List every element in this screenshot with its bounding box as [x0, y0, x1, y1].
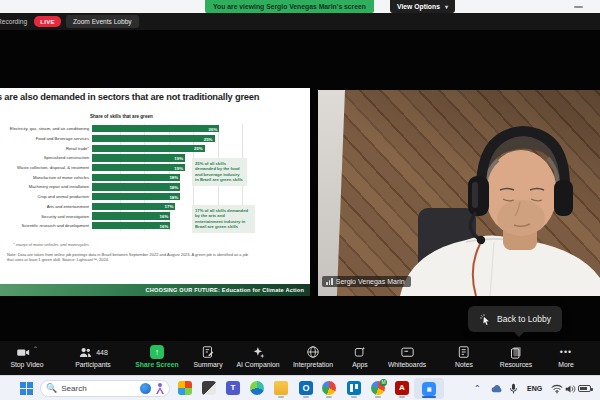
chart-bar: 18%	[92, 174, 180, 181]
tray-chevron-icon[interactable]: ⌃	[474, 376, 481, 400]
windows-start-button[interactable]	[20, 382, 33, 395]
chart-row: Waste collection, disposal, & treatment1…	[0, 163, 310, 173]
more-label: More	[558, 361, 574, 368]
battery-icon[interactable]	[578, 376, 591, 400]
chevron-up-icon[interactable]: ⌃	[33, 345, 38, 352]
photos-app-icon[interactable]	[202, 381, 216, 395]
shared-screen-slide: s are also demanded in sectors that are …	[0, 88, 310, 296]
notes-icon	[457, 345, 471, 359]
apps-icon	[353, 345, 367, 359]
notes-button[interactable]: Notes	[442, 344, 486, 368]
resources-button[interactable]: Resources	[490, 344, 542, 368]
acrobat-app-icon[interactable]: A	[395, 381, 409, 395]
minimize-icon[interactable]	[574, 6, 583, 8]
share-screen-button[interactable]: ↑ Share Screen	[128, 344, 186, 368]
whiteboards-button[interactable]: Whiteboards	[380, 344, 434, 368]
chart-value-label: 18%	[169, 194, 178, 199]
chart-row: Arts and entertainment17%	[0, 202, 310, 212]
wifi-icon[interactable]	[551, 376, 563, 400]
windows-taskbar: 🔍 Search T O M A ▣ ⌃ ENG	[0, 375, 600, 400]
meeting-info-bar: Recording LIVE Zoom Events Lobby	[0, 13, 600, 30]
chart-annotation-food: 25% of all skills demanded by the food a…	[192, 158, 247, 186]
chart-category-label: Scientific research and development	[0, 223, 92, 228]
cursor-click-icon	[479, 313, 492, 326]
chart-category-label: Specialized construction	[0, 155, 92, 160]
chart-title: Share of skills that are green	[90, 114, 153, 119]
chart-category-label: Crop and animal production	[0, 194, 92, 199]
chart-annotation-arts: 17% of all skills demanded by the arts a…	[192, 205, 255, 233]
chart-category-label: Arts and entertainment	[0, 204, 92, 209]
summary-label: Summary	[193, 361, 222, 368]
stop-video-button[interactable]: ⌃ Stop Video	[2, 344, 52, 368]
participant-name: Sergio Venegas Marin	[336, 278, 405, 285]
participants-button[interactable]: 448 Participants	[62, 344, 124, 368]
share-screen-icon: ↑	[150, 345, 164, 359]
globe-icon	[306, 345, 320, 359]
chrome-app-icon[interactable]	[322, 381, 336, 395]
speaker-icon[interactable]	[565, 376, 576, 400]
chart-row: Specialized construction19%	[0, 153, 310, 163]
chart-bar: 23%	[92, 145, 205, 152]
chart-category-label: Food and Beverage services	[0, 136, 92, 141]
chart-value-label: 16%	[160, 214, 169, 219]
microphone-tray-icon[interactable]	[509, 376, 518, 400]
teams-app-icon[interactable]: T	[226, 381, 240, 395]
chart-bar: 17%	[92, 203, 175, 210]
meeting-stage: s are also demanded in sectors that are …	[0, 30, 600, 340]
top-strip: You are viewing Sergio Venegas Marin's s…	[0, 0, 600, 13]
summary-button[interactable]: Summary	[188, 344, 228, 368]
slide-title: s are also demanded in sectors that are …	[0, 92, 297, 102]
onedrive-cloud-icon[interactable]	[490, 376, 503, 400]
zoom-app-icon-active[interactable]: ▣	[414, 378, 444, 399]
viewing-screen-banner: You are viewing Sergio Venegas Marin's s…	[205, 0, 374, 13]
slide-note: Note: Data are taken from online job pos…	[7, 252, 255, 263]
view-options-button[interactable]: View Options ▾	[390, 0, 455, 13]
interpretation-label: Interpretation	[293, 361, 333, 368]
chart-rows: Electricity, gas, steam, and air-conditi…	[0, 124, 310, 231]
live-badge: LIVE	[34, 16, 61, 27]
apps-button[interactable]: Apps	[342, 344, 378, 368]
taskbar-search-input[interactable]: 🔍 Search	[40, 380, 170, 397]
outlook-app-icon[interactable]: O	[299, 381, 313, 395]
edge-app-icon[interactable]	[250, 381, 264, 395]
search-figure-icon	[155, 383, 164, 394]
chart-category-label: Machinery repair and installation	[0, 184, 92, 189]
zoom-camera-glyph: ▣	[422, 382, 436, 396]
chart-bar: 19%	[92, 154, 185, 161]
meeting-toolbar: ⌃ Stop Video 448 Participants ↑ Share Sc…	[0, 340, 600, 375]
zoom-events-lobby-button[interactable]: Zoom Events Lobby	[66, 15, 139, 28]
chart-category-label: Waste collection, disposal, & treatment	[0, 165, 92, 170]
speaker-portrait	[318, 90, 600, 296]
chart-bar: 26%	[92, 125, 219, 132]
participants-icon	[78, 345, 93, 360]
recording-label: Recording	[0, 18, 27, 25]
chart-bar: 18%	[92, 183, 180, 190]
file-explorer-icon[interactable]	[274, 381, 288, 395]
chart-row: Retail trade*23%	[0, 143, 310, 153]
chart-value-label: 16%	[160, 223, 169, 228]
chart-bar: 18%	[92, 193, 180, 200]
signal-bars-icon	[326, 278, 333, 285]
chart-row: Crop and animal production18%	[0, 192, 310, 202]
interpretation-button[interactable]: Interpretation	[288, 344, 338, 368]
back-to-lobby-button[interactable]: Back to Lobby	[468, 306, 562, 332]
chart-category-label: Security and investigation	[0, 214, 92, 219]
language-indicator[interactable]: ENG	[527, 376, 542, 400]
chart-value-label: 18%	[169, 175, 178, 180]
trello-app-icon[interactable]	[347, 381, 361, 395]
slide-footnote: * except of motor vehicles and motorcycl…	[13, 242, 89, 247]
chart-value-label: 19%	[174, 165, 183, 170]
chart-row: Electricity, gas, steam, and air-conditi…	[0, 124, 310, 134]
chart-category-label: Electricity, gas, steam, and air-conditi…	[0, 126, 92, 131]
back-to-lobby-label: Back to Lobby	[497, 314, 551, 324]
office-app-icon[interactable]	[178, 381, 192, 395]
chrome-profile2-app-icon[interactable]: M	[371, 381, 385, 395]
chart-row: Machinery repair and installation18%	[0, 182, 310, 192]
chart-row: Food and Beverage services25%	[0, 134, 310, 144]
chart-value-label: 19%	[174, 155, 183, 160]
more-dots-icon: •••	[560, 349, 572, 355]
chart-value-label: 26%	[209, 126, 218, 131]
ai-companion-button[interactable]: AI Companion	[230, 344, 286, 368]
more-button[interactable]: ••• More	[546, 344, 586, 368]
share-screen-label: Share Screen	[135, 361, 178, 368]
